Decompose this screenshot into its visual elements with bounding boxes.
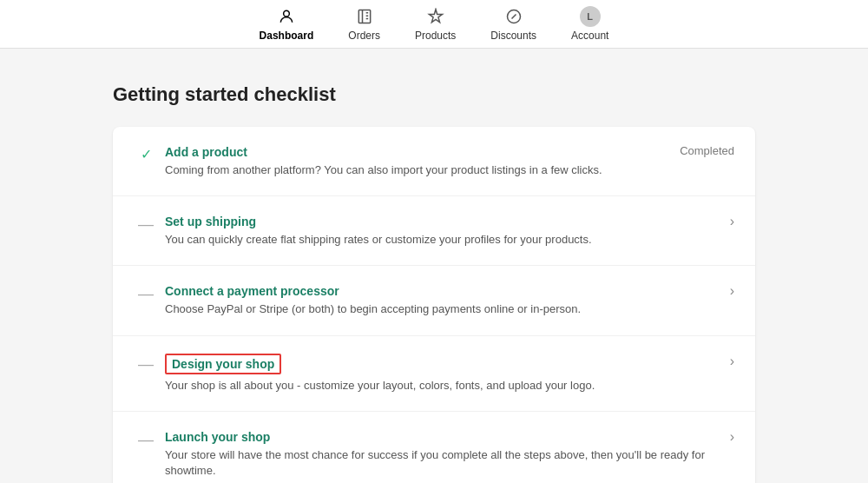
item-desc-design: Your shop is all about you - customize y… <box>165 378 716 394</box>
item-desc-shipping: You can quickly create flat shipping rat… <box>165 232 716 248</box>
item-right-launch: › <box>730 429 734 445</box>
check-indicator-pending-launch: — <box>134 431 158 449</box>
item-content-add-product: Add a product Coming from another platfo… <box>158 144 666 178</box>
svg-rect-1 <box>358 10 370 23</box>
nav-item-discounts[interactable]: Discounts <box>490 6 536 42</box>
item-content-launch: Launch your shop Your store will have th… <box>158 429 716 479</box>
chevron-icon-design: › <box>730 354 734 369</box>
nav-item-dashboard[interactable]: Dashboard <box>260 6 314 42</box>
item-desc-add-product: Coming from another platform? You can al… <box>165 162 666 178</box>
svg-point-0 <box>284 10 290 17</box>
dashboard-icon <box>276 6 297 27</box>
item-title-design: Design your shop <box>165 354 281 374</box>
checklist-item-setup-shipping[interactable]: — Set up shipping You can quickly create… <box>113 196 755 266</box>
check-indicator-completed: ✓ <box>134 146 158 162</box>
chevron-icon-payment: › <box>730 283 734 299</box>
checklist-item-add-product[interactable]: ✓ Add a product Coming from another plat… <box>113 127 755 196</box>
top-navigation: Dashboard Orders Products Discounts <box>0 0 868 49</box>
nav-item-account[interactable]: L Account <box>571 6 608 42</box>
item-content-payment: Connect a payment processor Choose PayPa… <box>158 283 716 317</box>
nav-label-products: Products <box>415 30 456 42</box>
nav-item-orders[interactable]: Orders <box>348 6 380 42</box>
item-right-design: › <box>730 354 734 369</box>
check-indicator-pending-shipping: — <box>134 215 158 234</box>
item-right-add-product: Completed <box>680 144 734 157</box>
chevron-icon-shipping: › <box>730 214 734 229</box>
discounts-icon <box>503 6 524 27</box>
account-avatar: L <box>580 6 601 27</box>
nav-label-discounts: Discounts <box>490 30 536 42</box>
item-right-payment: › <box>730 283 734 299</box>
item-content-design: Design your shop Your shop is all about … <box>158 354 716 394</box>
products-icon <box>425 6 446 27</box>
item-desc-launch: Your store will have the most chance for… <box>165 447 716 479</box>
item-content-shipping: Set up shipping You can quickly create f… <box>158 214 716 248</box>
nav-label-orders: Orders <box>348 30 380 42</box>
check-indicator-pending-design: — <box>134 355 158 374</box>
chevron-icon-launch: › <box>730 429 734 445</box>
nav-label-account: Account <box>571 30 608 42</box>
orders-icon <box>354 6 375 27</box>
checklist-card: ✓ Add a product Coming from another plat… <box>113 127 755 483</box>
account-icon: L <box>580 6 601 27</box>
checklist-title: Getting started checklist <box>113 83 755 106</box>
item-desc-payment: Choose PayPal or Stripe (or both) to beg… <box>165 301 716 317</box>
checklist-item-launch-shop[interactable]: — Launch your shop Your store will have … <box>113 412 755 483</box>
item-title-launch: Launch your shop <box>165 430 270 444</box>
checklist-item-payment[interactable]: — Connect a payment processor Choose Pay… <box>113 266 755 335</box>
nav-item-products[interactable]: Products <box>415 6 456 42</box>
completed-label: Completed <box>680 144 734 157</box>
checklist-item-design-shop[interactable]: — Design your shop Your shop is all abou… <box>113 336 755 412</box>
nav-label-dashboard: Dashboard <box>260 30 314 42</box>
item-title-shipping: Set up shipping <box>165 215 256 228</box>
check-indicator-pending-payment: — <box>134 285 158 303</box>
main-content: Getting started checklist ✓ Add a produc… <box>43 49 825 483</box>
item-title-add-product: Add a product <box>165 145 247 159</box>
item-right-shipping: › <box>730 214 734 229</box>
item-title-payment: Connect a payment processor <box>165 284 339 298</box>
